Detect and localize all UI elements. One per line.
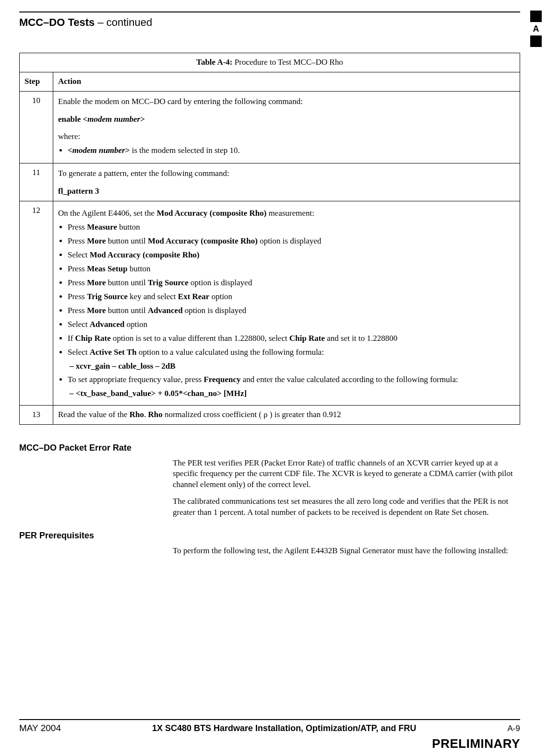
list-item: To set appropriate frequency value, pres…: [68, 374, 515, 385]
t: If: [68, 334, 75, 343]
t: Press: [68, 278, 87, 287]
footer-title: 1X SC480 BTS Hardware Installation, Opti…: [61, 722, 508, 734]
cmd-param: modem number: [87, 115, 140, 124]
footer-preliminary: PRELIMINARY: [19, 735, 520, 752]
step-cell: 11: [20, 163, 53, 201]
t: option: [209, 292, 232, 301]
step-cell: 12: [20, 201, 53, 406]
step-cell: 13: [20, 406, 53, 425]
t: Advanced: [90, 320, 125, 329]
t: option: [125, 320, 148, 329]
paragraph: The calibrated communications test set m…: [173, 496, 513, 518]
header-title-rest: – continued: [95, 16, 152, 28]
footer-date: MAY 2004: [19, 722, 61, 734]
t: Meas Setup: [87, 264, 128, 273]
paragraph: To perform the following test, the Agile…: [173, 546, 513, 557]
changebar-bottom: [530, 35, 542, 47]
footer-row: MAY 2004 1X SC480 BTS Hardware Installat…: [19, 722, 520, 734]
text: is the modem selected in step 10.: [130, 146, 239, 155]
col-action: Action: [53, 72, 520, 91]
t: and set it to 1.228800: [325, 334, 397, 343]
list-item: Select Mod Accuracy (composite Rho): [68, 250, 515, 261]
text: On the Agilent E4406, set the Mod Accura…: [58, 208, 515, 219]
t: option is set to a value different than …: [111, 334, 289, 343]
section-heading-prereq: PER Prerequisites: [19, 530, 520, 541]
text: Mod Accuracy (composite Rho): [156, 209, 266, 218]
t: option is displayed: [258, 236, 321, 245]
t: Trig Source: [148, 278, 189, 287]
t: button until: [106, 278, 148, 287]
text: >: [125, 146, 130, 155]
table-title: Procedure to Test MCC–DO Rho: [233, 58, 343, 67]
cmd-part: enable <: [58, 115, 87, 124]
appendix-letter: A: [529, 23, 543, 35]
t: Read the value of the: [58, 410, 130, 419]
text: On the Agilent E4406, set the: [58, 209, 156, 218]
action-cell: On the Agilent E4406, set the Mod Accura…: [53, 201, 520, 406]
action-cell: To generate a pattern, enter the followi…: [53, 163, 520, 201]
list-item: Press More button until Advanced option …: [68, 305, 515, 316]
text: <: [68, 146, 72, 155]
t: Active Set Th: [90, 348, 137, 357]
list-item: If Chip Rate option is set to a value di…: [68, 333, 515, 344]
t: and enter the value calculated according…: [241, 375, 458, 384]
text: modem number: [72, 146, 125, 155]
t: button: [117, 222, 140, 232]
side-tab: A: [529, 11, 543, 47]
table-header-row: Step Action: [20, 72, 520, 91]
t: Measure: [87, 222, 117, 232]
command: enable <modem number>: [58, 114, 515, 125]
t: Rho: [130, 410, 144, 419]
sub-formula: <tx_base_band_value> + 0.05*<chan_no> [M…: [70, 388, 515, 399]
t: Advanced: [148, 306, 183, 315]
bullet-list: <modem number> is the modem selected in …: [68, 145, 515, 156]
page-footer: MAY 2004 1X SC480 BTS Hardware Installat…: [19, 716, 520, 752]
t: key and select: [128, 292, 178, 301]
t: Trig Source: [87, 292, 128, 301]
action-cell: Read the value of the Rho. Rho normalize…: [53, 406, 520, 425]
table-title-row: Table A-4: Procedure to Test MCC–DO Rho: [20, 53, 520, 72]
t: option is displayed: [183, 306, 247, 315]
t: button until: [106, 306, 148, 315]
cmd-part: >: [140, 115, 145, 124]
t: Mod Accuracy (composite Rho): [148, 236, 258, 245]
body-column: To perform the following test, the Agile…: [173, 546, 513, 557]
text: To generate a pattern, enter the followi…: [58, 168, 515, 179]
command: fl_pattern 3: [58, 186, 515, 197]
footer-page-number: A-9: [508, 723, 520, 734]
t: To set appropriate frequency value, pres…: [68, 375, 203, 384]
where-label: where:: [58, 131, 515, 142]
t: Select: [68, 250, 90, 259]
paragraph: The PER test verifies PER (Packet Error …: [173, 458, 513, 491]
t: Rho: [148, 410, 162, 419]
t: button until: [106, 236, 148, 245]
t: Chip Rate: [289, 334, 325, 343]
t: More: [87, 278, 106, 287]
action-cell: Enable the modem on MCC–DO card by enter…: [53, 91, 520, 163]
running-header: MCC–DO Tests – continued: [19, 15, 520, 30]
table-row: 11 To generate a pattern, enter the foll…: [20, 163, 520, 201]
list-item: Press Measure button: [68, 222, 515, 233]
t: normalized cross coefficient ( ρ ) is gr…: [163, 410, 341, 419]
t: Press: [68, 292, 87, 301]
list-item: Press Trig Source key and select Ext Rea…: [68, 291, 515, 302]
table-label: Table A-4:: [196, 58, 232, 67]
t: Press: [68, 306, 87, 315]
t: button: [128, 264, 151, 273]
t: Select: [68, 348, 90, 357]
changebar-top: [530, 11, 542, 22]
list-item: Select Active Set Th option to a value c…: [68, 347, 515, 358]
text: Enable the modem on MCC–DO card by enter…: [58, 96, 515, 107]
bullet-list: Press Measure button Press More button u…: [68, 222, 515, 358]
col-step: Step: [20, 72, 53, 91]
section-heading-per: MCC–DO Packet Error Rate: [19, 442, 520, 454]
list-item: Press More button until Mod Accuracy (co…: [68, 236, 515, 247]
page: A MCC–DO Tests – continued Table A-4: Pr…: [0, 0, 547, 756]
t: option to a value calculated using the f…: [137, 348, 324, 357]
header-rule: [19, 12, 520, 12]
body-column: The PER test verifies PER (Packet Error …: [173, 458, 513, 519]
table-row: 12 On the Agilent E4406, set the Mod Acc…: [20, 201, 520, 406]
table-row: 10 Enable the modem on MCC–DO card by en…: [20, 91, 520, 163]
t: More: [87, 236, 106, 245]
sub-formula: xcvr_gain – cable_loss – 2dB: [70, 361, 515, 372]
